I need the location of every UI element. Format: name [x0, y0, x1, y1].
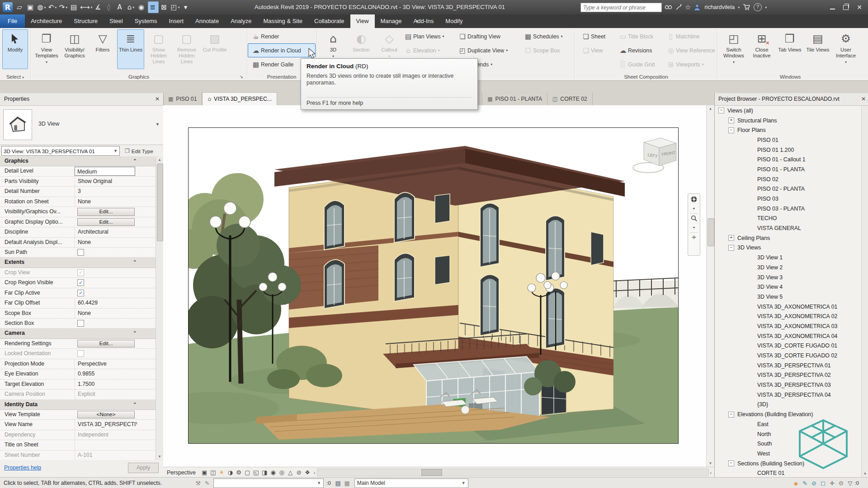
view-tab-piso-01[interactable]: ▦ PISO 01 — [163, 93, 202, 105]
tree-item[interactable]: VISTA 3D_AXONOMETRICA 01 — [715, 302, 862, 312]
navigation-bar[interactable]: ▾ ▾ ✛ — [688, 193, 700, 256]
tree-item[interactable]: North — [715, 429, 862, 439]
tree-expander-icon[interactable]: − — [728, 127, 734, 133]
title-block-button[interactable]: ▭ Title Block — [615, 29, 662, 43]
drafting-view-button[interactable]: ❏ Drafting View — [454, 29, 519, 43]
type-selector-area[interactable]: 3D View ▼ — [0, 106, 163, 145]
project-browser-header[interactable]: Project Browser - PROYECTO ESCALONADO.rv… — [715, 93, 868, 106]
select-underlay-elements-icon[interactable]: ✎ — [800, 480, 809, 487]
tab-file[interactable]: File — [0, 14, 25, 28]
section-mark-icon[interactable]: ◉ — [137, 2, 147, 13]
tree-item[interactable]: TECHO — [715, 214, 862, 224]
tab-modify[interactable]: Modify — [439, 14, 468, 28]
tab-steel[interactable]: Steel — [104, 14, 129, 28]
worksharing-display-icon[interactable]: ❖ — [303, 468, 312, 477]
app-store-cart-icon[interactable] — [743, 2, 750, 12]
worksets-icon[interactable]: ⚒ — [193, 480, 203, 487]
properties-help-link[interactable]: Properties help — [4, 465, 41, 471]
property-checkbox[interactable] — [77, 350, 84, 357]
crop-region[interactable] — [188, 127, 679, 444]
edit-type-button[interactable]: ❐ Edit Type — [122, 146, 156, 156]
tree-item[interactable]: VISTA 3D_CORTE FUGADO 01 — [715, 341, 862, 351]
design-options-combobox[interactable]: Main Model▼ — [354, 479, 468, 488]
tab-collaborate[interactable]: Collaborate — [308, 14, 350, 28]
switch-windows-button[interactable]: ◰ Switch Windows ▾ — [720, 29, 747, 69]
viewports-button[interactable]: ⊞ Viewports▾ — [663, 57, 716, 71]
property-row[interactable]: Projection Mode Perspective — [0, 359, 156, 369]
project-browser-close-icon[interactable]: ✕ — [861, 93, 866, 105]
property-row[interactable]: Crop Region Visible — [0, 278, 156, 288]
property-row[interactable]: Graphics ⌃ — [0, 156, 156, 166]
tab-add-ins[interactable]: Add-Ins — [408, 14, 440, 28]
open-icon[interactable]: ▱ — [15, 2, 25, 13]
plan-views-button[interactable]: ▤ Plan Views▾ — [400, 29, 453, 43]
default-3d-view-icon[interactable]: ⌂▾ — [126, 2, 136, 13]
property-row[interactable]: View Template <None> — [0, 410, 156, 420]
tree-item[interactable]: PISO 01 - PLANTA — [715, 164, 862, 174]
tree-item[interactable]: PISO 03 - PLANTA — [715, 204, 862, 214]
property-row[interactable]: Visibility/Graphics Ov... Edit... — [0, 207, 156, 217]
scroll-up-icon[interactable]: ▲ — [707, 105, 714, 112]
properties-close-icon[interactable]: ✕ — [155, 93, 160, 105]
schedules-button[interactable]: ▦ Schedules▾ — [520, 29, 573, 43]
select-links-icon[interactable]: ◈ — [791, 480, 800, 487]
user-icon[interactable] — [694, 2, 700, 12]
undo-icon[interactable]: ↶▾ — [47, 2, 57, 13]
matchline-button[interactable]: ▯ Matchline — [663, 29, 716, 43]
save-icon[interactable]: ▣ — [26, 2, 36, 13]
property-row[interactable]: Scope Box None — [0, 309, 156, 319]
tree-item[interactable]: PISO 01 - Callout 1 — [715, 155, 862, 164]
temporary-hide-isolate-icon[interactable]: ◨ — [260, 468, 269, 477]
sheet-button[interactable]: ❏ Sheet — [578, 29, 613, 43]
shadows-icon[interactable]: ◑ — [226, 468, 235, 477]
tab-architecture[interactable]: Architecture — [25, 14, 68, 28]
render-in-cloud-button[interactable]: ☁ Render in Cloud — [248, 43, 316, 57]
property-row[interactable]: Far Clip Active — [0, 288, 156, 298]
scroll-up-icon[interactable]: ▲ — [156, 156, 163, 163]
tree-item[interactable]: 3D View 1 — [715, 253, 862, 263]
measure-icon[interactable]: ⟷▾ — [80, 2, 93, 13]
tree-item[interactable]: + Ceiling Plans — [715, 233, 862, 243]
property-row[interactable]: Camera ⌃ — [0, 328, 156, 338]
text-icon[interactable]: A — [115, 2, 125, 13]
property-row[interactable]: Extents ⌃ — [0, 258, 156, 267]
design-options-icon[interactable]: ▦ — [343, 480, 352, 487]
redo-icon[interactable]: ↷▾ — [58, 2, 68, 13]
drag-elements-on-selection-icon[interactable]: ✛ — [827, 480, 836, 487]
scroll-down-icon[interactable]: ▼ — [156, 453, 163, 460]
type-dropdown-chevron-icon[interactable]: ▼ — [156, 122, 160, 127]
gray-inactive-workset-icon[interactable]: ▤ — [334, 480, 343, 487]
apply-button[interactable]: Apply — [128, 463, 159, 473]
close-hidden-windows-icon[interactable]: ⊠ — [160, 2, 170, 13]
tree-expander-icon[interactable]: − — [728, 245, 734, 251]
property-row[interactable]: Locked Orientation — [0, 349, 156, 359]
worksets-combobox[interactable]: ▼ — [213, 479, 324, 488]
tree-item[interactable]: 3D View 2 — [715, 263, 862, 272]
property-row[interactable]: Detail Level Medium — [0, 166, 156, 176]
property-row[interactable]: Title on Sheet — [0, 440, 156, 450]
guide-grid-button[interactable]: ░ Guide Grid — [615, 57, 662, 71]
temporary-view-properties-icon[interactable]: ◎ — [278, 468, 286, 477]
scrollbar-thumb[interactable] — [708, 218, 714, 246]
remove-hidden-lines-button[interactable]: ▢ Remove Hidden Lines — [173, 29, 200, 69]
view-templates-button[interactable]: ❐ View Templates ▾ — [33, 29, 60, 69]
analytical-model-icon[interactable]: △ — [286, 468, 295, 477]
property-checkbox[interactable] — [77, 290, 84, 296]
tree-item[interactable]: VISTA 3D_PERSPECTIVA 02 — [715, 371, 862, 380]
canvas-vertical-scrollbar[interactable]: ▲ ▼ — [706, 105, 714, 467]
zoom-chevron-icon[interactable]: ▾ — [693, 225, 695, 231]
scroll-down-icon[interactable]: ▼ — [707, 460, 714, 467]
property-row[interactable]: Parts Visibility Show Original — [0, 177, 156, 187]
property-row[interactable]: Rotation on Sheet None — [0, 197, 156, 207]
property-row[interactable]: Eye Elevation 0.9855 — [0, 369, 156, 379]
ribbon-cycle-icon[interactable]: ▾ — [416, 14, 418, 28]
switch-windows-icon[interactable]: ◰▾ — [170, 2, 180, 13]
selection-filter-icon[interactable]: ▽ — [845, 480, 854, 487]
property-row[interactable]: Rendering Settings Edit... — [0, 339, 156, 349]
tree-item[interactable]: VISTA 3D_PERSPECTIVA 04 — [715, 390, 862, 400]
tab-systems[interactable]: Systems — [129, 14, 163, 28]
user-interface-button[interactable]: ⚙ User Interface ▾ — [832, 29, 859, 69]
restore-button[interactable] — [839, 2, 853, 13]
thin-lines-icon[interactable]: ≣ — [148, 1, 159, 13]
property-checkbox[interactable] — [77, 249, 84, 256]
